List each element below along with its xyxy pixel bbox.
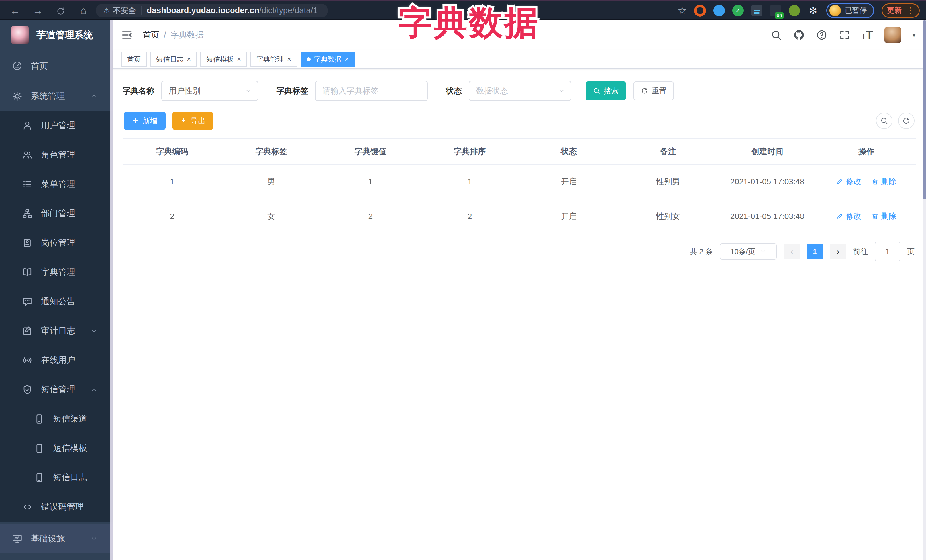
tab-dict-management[interactable]: 字典管理 ×	[250, 52, 297, 66]
hamburger-icon[interactable]	[121, 29, 133, 41]
chevron-up-icon	[90, 386, 98, 393]
close-icon[interactable]: ×	[345, 56, 349, 63]
status-select[interactable]: 数据状态	[469, 81, 571, 101]
sidebar-item-label: 用户管理	[41, 120, 75, 131]
sidebar-item-dept-management[interactable]: 部门管理	[0, 199, 112, 228]
sidebar-item-label: 角色管理	[41, 149, 75, 161]
extension-icon-check[interactable]: ✓	[732, 5, 744, 16]
sidebar-item-user-management[interactable]: 用户管理	[0, 111, 112, 140]
url-divider	[141, 6, 142, 15]
page-scrollbar-thumb[interactable]	[923, 20, 926, 199]
sidebar-scrollbar[interactable]	[110, 20, 112, 560]
delete-button[interactable]: 删除	[872, 211, 896, 221]
toggle-search-button[interactable]	[876, 113, 893, 129]
page-scrollbar[interactable]	[923, 20, 926, 560]
add-button[interactable]: 新增	[124, 112, 165, 130]
edit-button[interactable]: 修改	[837, 211, 861, 221]
goto-page-input[interactable]	[875, 242, 900, 261]
sidebar-item-sms-management[interactable]: 短信管理	[0, 375, 112, 404]
tab-home[interactable]: 首页	[121, 52, 147, 66]
sidebar-item-role-management[interactable]: 角色管理	[0, 140, 112, 169]
sidebar-item-dict-management[interactable]: 字典管理	[0, 258, 112, 287]
extension-icon-puzzle[interactable]: ✻	[808, 5, 819, 16]
sidebar-item-label: 短信模板	[53, 442, 87, 454]
export-button[interactable]: 导出	[172, 112, 213, 130]
browser-back-icon[interactable]: ←	[8, 5, 22, 17]
status-placeholder: 数据状态	[476, 86, 508, 96]
status-label: 状态	[446, 86, 462, 96]
reset-button[interactable]: 重置	[633, 82, 674, 100]
sidebar-item-sms-channel[interactable]: 短信渠道	[0, 404, 112, 433]
table-header-row: 字典编码 字典标签 字典键值 字典排序 状态 备注 创建时间 操作	[123, 139, 916, 165]
dict-label-input[interactable]	[315, 81, 428, 101]
chevron-down-icon	[558, 88, 565, 94]
browser-profile-chip[interactable]: 已暂停	[826, 3, 874, 18]
github-icon[interactable]	[793, 29, 805, 41]
browser-nav: ← → ⌂	[8, 5, 91, 17]
page-size-value: 10条/页	[730, 247, 755, 257]
browser-update-button[interactable]: 更新 ⋮	[882, 3, 920, 18]
cell-remark: 性别男	[619, 165, 718, 199]
close-icon[interactable]: ×	[237, 56, 241, 63]
sidebar-item-home[interactable]: 首页	[0, 50, 112, 82]
tab-sms-template[interactable]: 短信模板 ×	[200, 52, 247, 66]
sidebar-item-sms-template[interactable]: 短信模板	[0, 433, 112, 463]
sidebar-item-online-users[interactable]: 在线用户	[0, 346, 112, 375]
font-size-icon[interactable]: TT	[862, 29, 873, 41]
sidebar-item-audit-log[interactable]: 审计日志	[0, 316, 112, 346]
shield-check-icon	[22, 385, 32, 395]
address-bar[interactable]: ⚠ 不安全 dashboard.yudao.iocoder.cn /dict/t…	[96, 4, 328, 17]
sidebar-item-label: 错误码管理	[41, 501, 84, 513]
sidebar-item-post-management[interactable]: 岗位管理	[0, 228, 112, 258]
chevron-down-icon	[90, 535, 98, 542]
search-icon[interactable]	[770, 29, 782, 41]
page-unit-label: 页	[907, 247, 915, 257]
browser-reload-icon[interactable]	[54, 5, 68, 17]
edit-button[interactable]: 修改	[837, 176, 861, 187]
extension-icon-ring[interactable]	[694, 5, 706, 17]
extension-icon-switch[interactable]: on	[770, 5, 781, 16]
tab-label: 短信日志	[156, 55, 183, 64]
cell-operations: 修改 删除	[817, 199, 916, 234]
bookmark-star-icon[interactable]: ☆	[678, 5, 687, 17]
refresh-table-button[interactable]	[898, 113, 915, 129]
fullscreen-icon[interactable]	[839, 29, 850, 41]
sidebar-item-label: 通知公告	[41, 296, 75, 307]
sidebar-item-system-management[interactable]: 系统管理	[0, 82, 112, 111]
extension-icon-leaf[interactable]	[789, 5, 800, 16]
page-number-active[interactable]: 1	[807, 243, 823, 260]
search-button[interactable]: 搜索	[586, 82, 626, 100]
browser-menu-dots-icon[interactable]: ⋮	[906, 6, 914, 15]
page-size-select[interactable]: 10条/页	[720, 243, 777, 260]
edit-log-icon	[22, 326, 32, 336]
breadcrumb: 首页 / 字典数据	[143, 29, 204, 41]
goto-label: 前往	[853, 247, 868, 257]
breadcrumb-home[interactable]: 首页	[143, 29, 159, 41]
sidebar-item-label: 短信渠道	[53, 413, 87, 425]
list-icon	[22, 179, 32, 189]
tab-label: 字典管理	[256, 55, 284, 64]
users-icon	[22, 150, 32, 160]
avatar[interactable]	[884, 27, 901, 43]
close-icon[interactable]: ×	[287, 56, 291, 63]
sidebar-item-sms-log[interactable]: 短信日志	[0, 463, 112, 492]
dict-name-select[interactable]: 用户性别	[161, 81, 258, 101]
close-icon[interactable]: ×	[187, 56, 191, 63]
sidebar-item-infrastructure[interactable]: 基础设施	[0, 524, 112, 554]
browser-home-icon[interactable]: ⌂	[76, 5, 91, 17]
extension-icon-drop[interactable]	[713, 5, 725, 16]
tab-sms-log[interactable]: 短信日志 ×	[150, 52, 197, 66]
sidebar-item-error-code-management[interactable]: 错误码管理	[0, 492, 112, 522]
browser-forward-icon[interactable]: →	[31, 5, 45, 17]
app-logo-row[interactable]: 芋道管理系统	[0, 20, 112, 50]
sidebar-item-notice[interactable]: 通知公告	[0, 287, 112, 316]
delete-button[interactable]: 删除	[872, 176, 896, 187]
prev-page-button[interactable]: ‹	[784, 243, 800, 260]
extension-icon-sliders[interactable]	[751, 5, 763, 16]
book-icon	[22, 267, 32, 278]
help-icon[interactable]	[816, 29, 828, 41]
next-page-button[interactable]: ›	[830, 243, 846, 260]
caret-down-icon[interactable]: ▾	[912, 31, 916, 39]
sidebar-item-menu-management[interactable]: 菜单管理	[0, 169, 112, 199]
tab-dict-data[interactable]: 字典数据 ×	[301, 52, 355, 66]
